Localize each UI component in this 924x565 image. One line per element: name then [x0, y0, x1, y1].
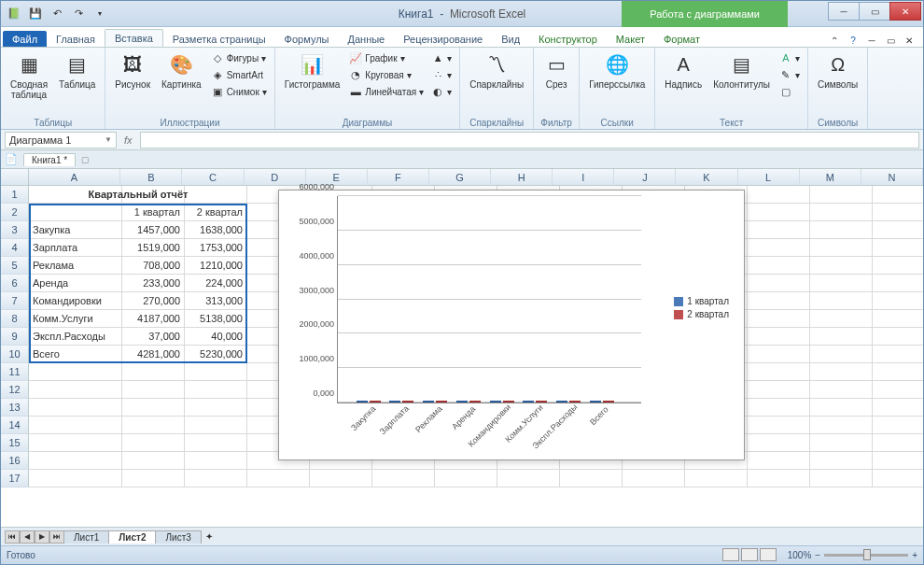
row-header-11[interactable]: 11 — [1, 363, 29, 381]
area-chart-button[interactable]: ▲ ▾ — [429, 49, 454, 66]
cell[interactable] — [497, 470, 560, 487]
cell[interactable]: Аренда — [29, 275, 122, 292]
picture-button[interactable]: 🖼Рисунок — [111, 49, 154, 92]
cell[interactable] — [623, 470, 685, 487]
signature-button[interactable]: ✎ ▾ — [777, 66, 802, 83]
redo-icon[interactable]: ↷ — [69, 5, 88, 23]
cell[interactable]: 5230,000 — [185, 346, 247, 363]
fx-icon[interactable]: fx — [117, 134, 140, 146]
bar[interactable] — [523, 401, 534, 403]
cell[interactable] — [185, 434, 247, 452]
view-page-layout-icon[interactable] — [741, 548, 758, 561]
cell[interactable]: Комм.Услуги — [29, 310, 122, 328]
cell[interactable] — [810, 257, 873, 275]
cell[interactable] — [122, 434, 185, 452]
cell[interactable] — [873, 452, 923, 470]
cell[interactable]: 233,000 — [122, 275, 185, 292]
name-box[interactable]: Диаграмма 1▼ — [5, 132, 117, 148]
cell[interactable] — [748, 452, 810, 470]
bar[interactable] — [503, 401, 514, 403]
sheet-tab-3[interactable]: Лист3 — [155, 530, 201, 544]
row-header-4[interactable]: 4 — [1, 239, 29, 257]
row-header-14[interactable]: 14 — [1, 417, 29, 434]
cell[interactable] — [748, 275, 810, 292]
cell[interactable] — [873, 470, 923, 487]
cell[interactable] — [748, 417, 810, 434]
tab-file[interactable]: Файл — [3, 31, 47, 47]
cell[interactable] — [810, 452, 873, 470]
cell[interactable] — [810, 417, 873, 434]
cell[interactable] — [873, 381, 923, 399]
cell[interactable] — [748, 328, 810, 346]
cell[interactable] — [810, 470, 873, 487]
cell[interactable] — [873, 221, 923, 239]
formula-input[interactable] — [140, 132, 919, 148]
cell[interactable]: 1210,000 — [185, 257, 247, 275]
minimize-ribbon-icon[interactable]: ⌃ — [828, 34, 841, 47]
cell[interactable] — [748, 363, 810, 381]
cell[interactable] — [29, 186, 122, 204]
cell[interactable] — [873, 292, 923, 310]
cell[interactable] — [435, 470, 497, 487]
cell[interactable] — [873, 363, 923, 381]
cell[interactable] — [810, 186, 873, 204]
cell[interactable]: Экспл.Расходы — [29, 328, 122, 346]
cell[interactable] — [122, 417, 185, 434]
cell[interactable] — [873, 239, 923, 257]
cell[interactable] — [873, 204, 923, 221]
undo-icon[interactable]: ↶ — [48, 5, 66, 23]
new-tab-icon[interactable]: ▢ — [81, 155, 90, 164]
cell[interactable]: 40,000 — [185, 328, 247, 346]
other-charts-button[interactable]: ◐ ▾ — [429, 83, 454, 100]
cell[interactable] — [29, 381, 122, 399]
cell[interactable]: 1753,000 — [185, 239, 247, 257]
cell[interactable] — [748, 186, 810, 204]
cell[interactable]: 313,000 — [185, 292, 247, 310]
cell[interactable] — [29, 204, 122, 221]
cell[interactable] — [122, 381, 185, 399]
cell[interactable] — [748, 399, 810, 417]
cell[interactable] — [29, 399, 122, 417]
row-header-6[interactable]: 6 — [1, 275, 29, 292]
cell[interactable] — [29, 434, 122, 452]
cell[interactable] — [810, 399, 873, 417]
bar[interactable] — [490, 401, 501, 403]
tab-chart-format[interactable]: Формат — [654, 31, 709, 47]
cell[interactable] — [29, 452, 122, 470]
cell[interactable] — [873, 399, 923, 417]
cell[interactable] — [29, 363, 122, 381]
cell[interactable] — [810, 221, 873, 239]
row-header-12[interactable]: 12 — [1, 381, 29, 399]
sparklines-button[interactable]: 〽Спарклайны — [466, 49, 527, 92]
screenshot-button[interactable]: ▣Снимок ▾ — [209, 83, 269, 100]
col-header-M[interactable]: M — [800, 169, 861, 185]
cell[interactable] — [810, 204, 873, 221]
wordart-button[interactable]: A ▾ — [777, 49, 802, 66]
row-header-10[interactable]: 10 — [1, 346, 29, 363]
name-box-dropdown-icon[interactable]: ▼ — [105, 135, 112, 144]
bar[interactable] — [423, 401, 434, 403]
workbook-tab[interactable]: Книга1 * — [23, 153, 76, 166]
tab-chart-layout[interactable]: Макет — [607, 31, 654, 47]
hyperlink-button[interactable]: 🌐Гиперссылка — [585, 49, 649, 92]
cell[interactable] — [685, 470, 748, 487]
row-header-3[interactable]: 3 — [1, 221, 29, 239]
cell[interactable]: 224,000 — [185, 275, 247, 292]
cell[interactable] — [810, 275, 873, 292]
workbook-minimize-icon[interactable]: ─ — [865, 34, 878, 47]
cell[interactable] — [810, 239, 873, 257]
cell[interactable] — [810, 328, 873, 346]
cell[interactable]: 5138,000 — [185, 310, 247, 328]
tab-home[interactable]: Главная — [47, 31, 105, 47]
pivot-table-button[interactable]: ▦Сводная таблица — [7, 49, 51, 102]
select-all-corner[interactable] — [1, 169, 29, 185]
cell[interactable] — [748, 470, 810, 487]
row-header-16[interactable]: 16 — [1, 452, 29, 470]
cell[interactable]: 1638,000 — [185, 221, 247, 239]
cell[interactable] — [748, 204, 810, 221]
cell[interactable] — [873, 257, 923, 275]
headerfooter-button[interactable]: ▤Колонтитулы — [709, 49, 774, 92]
close-button[interactable]: ✕ — [889, 2, 921, 21]
save-icon[interactable]: 💾 — [26, 5, 45, 23]
workbook-close-icon[interactable]: ✕ — [903, 34, 916, 47]
